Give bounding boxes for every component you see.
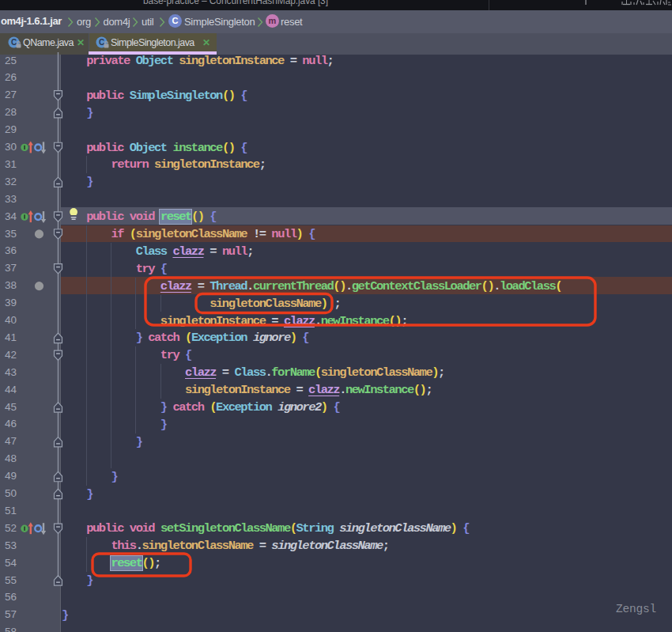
svg-text:C: C bbox=[11, 38, 17, 47]
svg-text:C: C bbox=[99, 38, 104, 47]
